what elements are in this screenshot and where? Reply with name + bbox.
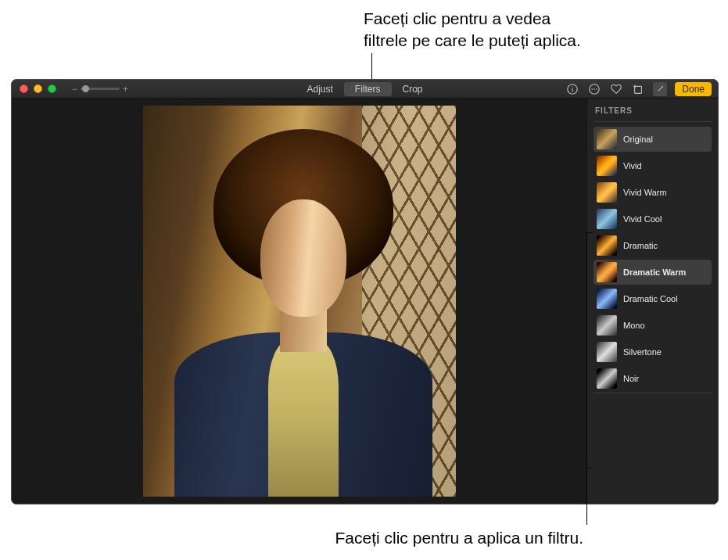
sidebar-divider: [594, 121, 712, 122]
filter-vivid[interactable]: Vivid: [594, 153, 712, 178]
filter-thumb-icon: [597, 368, 617, 389]
filter-label: Vivid Cool: [623, 214, 662, 224]
filter-label: Dramatic Warm: [623, 267, 686, 277]
filter-label: Silvertone: [623, 347, 662, 357]
window-controls: [20, 84, 56, 93]
filter-thumb-icon: [597, 209, 617, 229]
edited-photo: [143, 106, 456, 497]
tab-crop[interactable]: Crop: [392, 82, 434, 96]
filter-dramatic-warm[interactable]: Dramatic Warm: [594, 260, 712, 285]
edit-mode-tabs: Adjust Filters Crop: [296, 82, 433, 96]
filter-label: Noir: [623, 374, 639, 383]
filter-silvertone[interactable]: Silvertone: [594, 339, 712, 364]
callout-bottom-text: Faceți clic pentru a aplica un filtru.: [335, 529, 583, 547]
filter-thumb-icon: [597, 156, 617, 176]
svg-rect-7: [635, 86, 642, 93]
filters-sidebar: FILTERS Original Vivid Vivid Warm Vivid …: [586, 99, 718, 504]
rotate-icon[interactable]: [631, 82, 645, 96]
filter-label: Dramatic Cool: [623, 294, 678, 303]
filter-thumb-icon: [597, 315, 617, 336]
svg-line-8: [658, 86, 662, 90]
filter-vivid-warm[interactable]: Vivid Warm: [594, 180, 712, 205]
filter-mono[interactable]: Mono: [594, 313, 712, 338]
content-area: FILTERS Original Vivid Vivid Warm Vivid …: [12, 99, 718, 504]
filter-label: Original: [623, 135, 653, 144]
filter-thumb-icon: [597, 235, 617, 256]
sidebar-title: FILTERS: [595, 106, 710, 115]
filter-thumb-icon: [597, 262, 617, 282]
zoom-slider[interactable]: [81, 88, 120, 90]
svg-point-6: [596, 88, 597, 90]
filter-label: Vivid: [623, 161, 642, 171]
info-icon[interactable]: [565, 82, 579, 96]
zoom-out-icon[interactable]: −: [72, 84, 77, 95]
svg-point-4: [592, 88, 594, 90]
toolbar: − + Adjust Filters Crop Done: [12, 80, 718, 99]
filter-dramatic-cool[interactable]: Dramatic Cool: [594, 286, 712, 311]
filter-thumb-icon: [597, 129, 617, 149]
done-button[interactable]: Done: [675, 82, 712, 96]
tab-adjust[interactable]: Adjust: [296, 82, 343, 96]
filter-label: Dramatic: [623, 241, 658, 250]
callout-top-text: Faceți clic pentru a vedea filtrele pe c…: [364, 8, 581, 52]
more-icon[interactable]: [587, 82, 601, 96]
sidebar-divider: [594, 393, 712, 393]
filter-dramatic[interactable]: Dramatic: [594, 233, 712, 258]
fullscreen-window-button[interactable]: [48, 84, 56, 93]
favorite-heart-icon[interactable]: [609, 82, 623, 96]
tab-filters[interactable]: Filters: [344, 82, 392, 96]
filter-noir[interactable]: Noir: [594, 366, 712, 391]
photo-canvas[interactable]: [12, 99, 586, 504]
zoom-control: − +: [72, 84, 128, 95]
callout-top-leader: [371, 53, 372, 80]
filter-thumb-icon: [597, 182, 617, 203]
svg-point-5: [594, 88, 596, 90]
zoom-in-icon[interactable]: +: [123, 84, 128, 95]
photos-edit-window: − + Adjust Filters Crop Done: [11, 79, 719, 504]
auto-enhance-wand-icon[interactable]: [653, 82, 667, 96]
filter-original[interactable]: Original: [594, 127, 712, 152]
svg-point-2: [572, 86, 573, 87]
filter-vivid-cool[interactable]: Vivid Cool: [594, 206, 712, 232]
filter-label: Vivid Warm: [623, 188, 667, 197]
toolbar-right: Done: [565, 82, 712, 96]
filter-thumb-icon: [597, 342, 617, 362]
minimize-window-button[interactable]: [34, 84, 42, 93]
callout-bottom-bracket: [586, 232, 591, 468]
filter-thumb-icon: [597, 289, 617, 309]
close-window-button[interactable]: [20, 84, 28, 93]
callout-bottom-leader: [586, 468, 587, 525]
filter-label: Mono: [623, 321, 645, 330]
